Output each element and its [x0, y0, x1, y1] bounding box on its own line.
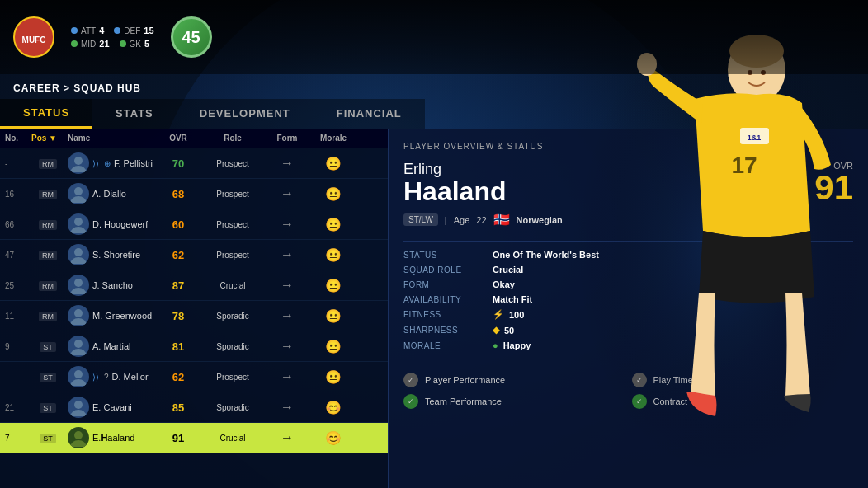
- age-label: Age: [454, 215, 470, 225]
- top-bar: MUFC ATT 4 DEF 15 MID 21 GK 5: [0, 0, 868, 74]
- stat-label: STATUS: [403, 251, 486, 260]
- stat-label: FORM: [403, 280, 486, 289]
- cell-form: →: [266, 306, 309, 326]
- cell-role: Crucial: [200, 431, 266, 445]
- cell-form: →: [266, 367, 309, 387]
- tab-status[interactable]: STATUS: [0, 99, 92, 129]
- def-dot: [114, 27, 120, 34]
- tab-stats[interactable]: STATS: [92, 99, 177, 129]
- col-pos[interactable]: Pos ▼: [30, 129, 66, 148]
- cell-role: Prospect: [200, 187, 266, 201]
- cell-morale: 😐: [309, 367, 358, 387]
- cell-ovr: 60: [157, 216, 200, 233]
- cell-ovr: 68: [157, 185, 200, 203]
- cell-form: →: [266, 397, 309, 417]
- svg-point-5: [74, 248, 83, 256]
- team-stats: ATT 4 DEF 15 MID 21 GK 5: [71, 26, 154, 49]
- cell-name: S. Shoretire: [66, 242, 157, 268]
- table-header: No. Pos ▼ Name OVR Role Form Morale: [0, 129, 388, 148]
- player-meta: ST/LW | Age 22 🇳🇴 Norwegian: [403, 212, 853, 228]
- player-first-name: Erling: [403, 161, 506, 178]
- def-value: 15: [144, 26, 153, 35]
- att-label: ATT: [81, 26, 96, 35]
- ovr-section: OVR 91: [814, 161, 853, 205]
- cell-name: A. Diallo: [66, 181, 157, 207]
- cell-ovr: 91: [157, 429, 200, 447]
- table-row[interactable]: 7 ST E.Haaland 91 Crucial → 😊: [0, 423, 388, 453]
- nationality-flag: 🇳🇴: [493, 212, 510, 228]
- table-row[interactable]: 11 RM M. Greenwood 78 Sporadic → 😐: [0, 301, 388, 331]
- col-ovr: OVR: [157, 129, 200, 148]
- cell-ovr: 62: [157, 246, 200, 264]
- team-logo: MUFC: [13, 16, 54, 58]
- stat-value: ● Happy: [493, 340, 853, 350]
- stat-value: Crucial: [493, 265, 853, 274]
- table-row[interactable]: - RM ⟩⟩⊕ F. Pellistri 70 Prospect → 😐: [0, 148, 388, 179]
- cell-pos: ST: [30, 339, 66, 354]
- cell-pos: ST: [30, 400, 66, 415]
- tab-financial[interactable]: FINANCIAL: [314, 99, 425, 129]
- svg-point-2: [74, 157, 83, 165]
- cell-ovr: 78: [157, 307, 200, 325]
- cell-ovr: 85: [157, 399, 200, 416]
- cell-morale: 😊: [309, 428, 358, 448]
- tab-development[interactable]: DEVELOPMENT: [177, 99, 314, 129]
- cell-morale: 😐: [309, 336, 358, 357]
- cell-form: →: [266, 184, 309, 204]
- att-value: 4: [99, 26, 104, 35]
- objective-label: Team Performance: [425, 396, 502, 406]
- mid-label: MID: [81, 40, 96, 49]
- svg-point-7: [74, 309, 83, 317]
- cell-no: 7: [3, 431, 30, 445]
- objective-icon: ✓: [632, 394, 647, 409]
- table-row[interactable]: 21 ST E. Cavani 85 Sporadic → 😊: [0, 392, 388, 423]
- cell-no: -: [3, 370, 30, 384]
- divider: [403, 241, 853, 242]
- table-row[interactable]: - ST ⟩⟩? D. Mellor 62 Prospect → 😐: [0, 362, 388, 392]
- def-label: DEF: [124, 26, 140, 35]
- cell-ovr: 87: [157, 277, 200, 294]
- nationality-text: Norwegian: [517, 215, 563, 225]
- cell-form: →: [266, 336, 309, 356]
- table-row[interactable]: 16 RM A. Diallo 68 Prospect → 😐: [0, 179, 388, 209]
- player-overview-panel: PLAYER OVERVIEW & STATUS Erling Haaland …: [388, 129, 868, 488]
- stat-value: One Of The World's Best: [493, 250, 853, 260]
- player-last-name: Haaland: [403, 178, 506, 204]
- table-body: - RM ⟩⟩⊕ F. Pellistri 70 Prospect → 😐 16…: [0, 148, 388, 453]
- table-row[interactable]: 66 RM D. Hoogewerf 60 Prospect → 😐: [0, 209, 388, 240]
- table-row[interactable]: 9 ST A. Martial 81 Sporadic → 😐: [0, 331, 388, 362]
- tabs-container: STATUS STATS DEVELOPMENT FINANCIAL: [0, 99, 868, 129]
- objective-label: Play Time: [653, 375, 693, 385]
- cell-form: →: [266, 275, 309, 295]
- cell-name: ⟩⟩⊕ F. Pellistri: [66, 150, 157, 176]
- table-row[interactable]: 25 RM J. Sancho 87 Crucial → 😐: [0, 270, 388, 301]
- cell-morale: 😊: [309, 397, 358, 418]
- svg-point-3: [74, 187, 83, 195]
- cell-form: →: [266, 214, 309, 234]
- position-badge: ST/LW: [403, 214, 438, 226]
- stat-value: ⚡ 100: [493, 309, 853, 320]
- svg-point-4: [74, 218, 83, 226]
- overview-title: PLAYER OVERVIEW & STATUS: [403, 142, 853, 151]
- cell-role: Crucial: [200, 279, 266, 293]
- table-row[interactable]: 47 RM S. Shoretire 62 Prospect → 😐: [0, 240, 388, 270]
- col-morale: Morale: [309, 129, 358, 148]
- objective-item: ✓ Play Time: [632, 373, 854, 387]
- att-dot: [71, 27, 78, 34]
- objective-item: ✓ Player Performance: [403, 373, 625, 387]
- cell-pos: RM: [30, 217, 66, 232]
- cell-form: →: [266, 153, 309, 173]
- objective-icon: ✓: [403, 394, 418, 409]
- cell-pos: RM: [30, 156, 66, 171]
- cell-morale: 😐: [309, 214, 358, 235]
- cell-name: J. Sancho: [66, 272, 157, 298]
- gk-dot: [120, 40, 126, 47]
- cell-name: ⟩⟩? D. Mellor: [66, 364, 157, 390]
- cell-role: Sporadic: [200, 309, 266, 323]
- cell-no: -: [3, 157, 30, 171]
- age-separator: |: [445, 215, 447, 225]
- stat-label: SQUAD ROLE: [403, 265, 486, 274]
- svg-point-8: [74, 340, 83, 348]
- objective-icon: ✓: [632, 373, 647, 387]
- cell-name: D. Hoogewerf: [66, 211, 157, 237]
